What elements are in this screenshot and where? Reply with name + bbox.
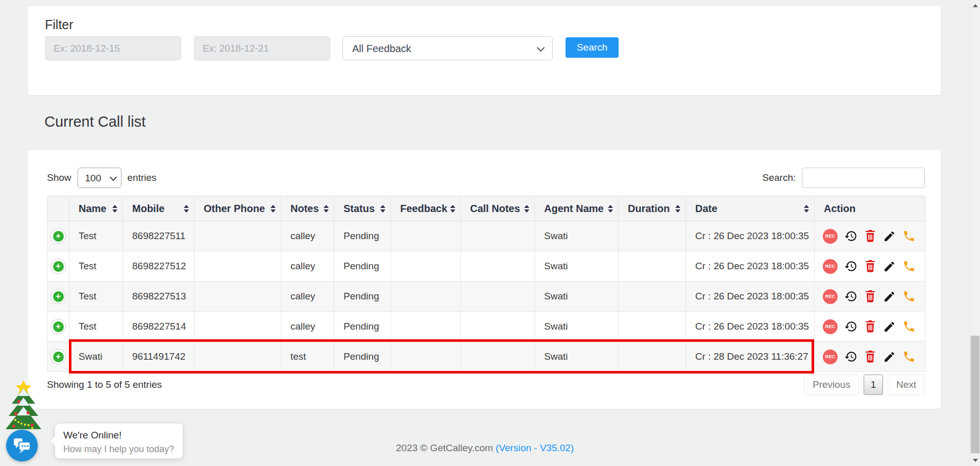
- edit-icon[interactable]: [883, 320, 896, 333]
- scrollbar-thumb[interactable]: [971, 336, 979, 453]
- cell-agent_name: Swati: [535, 221, 619, 251]
- delete-icon[interactable]: [864, 290, 876, 303]
- cell-status: Pending: [334, 221, 391, 251]
- column-header-date[interactable]: Date: [686, 196, 815, 221]
- edit-icon[interactable]: [883, 351, 896, 363]
- previous-page-button[interactable]: Previous: [804, 374, 859, 395]
- edit-icon[interactable]: [883, 260, 896, 273]
- edit-icon[interactable]: [883, 230, 896, 243]
- cell-call_notes: [461, 221, 535, 251]
- cell-feedback: [391, 221, 461, 251]
- cell-duration: [619, 312, 686, 342]
- show-label: Show: [47, 172, 71, 183]
- cell-date: Cr : 26 Dec 2023 18:00:35: [686, 221, 815, 251]
- copyright-text: 2023 © GetCalley.com: [396, 442, 493, 453]
- column-header-action: Action: [815, 196, 925, 221]
- feedback-select-wrap: All Feedback: [342, 36, 553, 60]
- plus-icon: +: [53, 231, 64, 242]
- rec-badge[interactable]: REC: [823, 259, 838, 274]
- expand-row-button[interactable]: +: [51, 259, 66, 274]
- filter-title: Filter: [45, 17, 74, 32]
- delete-icon[interactable]: [864, 320, 876, 333]
- cell-expand: +: [47, 221, 69, 251]
- column-header-status[interactable]: Status: [334, 196, 391, 221]
- feedback-select[interactable]: All Feedback: [342, 36, 553, 60]
- call-icon[interactable]: [902, 229, 916, 243]
- rec-badge[interactable]: REC: [823, 229, 838, 244]
- entries-select-wrap: 100: [78, 168, 121, 188]
- plus-icon: +: [53, 321, 64, 332]
- call-list-panel: Show 100 entries Search: NameMobileOther…: [28, 150, 941, 409]
- cell-action: REC: [815, 221, 925, 251]
- table-row: +Test8698227511calleyPendingSwatiCr : 26…: [47, 221, 925, 251]
- call-icon[interactable]: [902, 320, 916, 333]
- column-header-duration[interactable]: Duration: [619, 196, 686, 221]
- column-header-agent_name[interactable]: Agent Name: [535, 196, 619, 221]
- call-icon[interactable]: [902, 350, 916, 363]
- cell-action: REC: [815, 251, 925, 282]
- expand-row-button[interactable]: +: [51, 319, 66, 334]
- delete-icon[interactable]: [864, 350, 876, 363]
- history-icon[interactable]: [844, 260, 857, 273]
- cell-status: Pending: [334, 342, 391, 372]
- delete-icon[interactable]: [864, 229, 876, 243]
- rec-badge[interactable]: REC: [823, 289, 838, 304]
- column-label: Notes: [290, 203, 319, 215]
- christmas-tree-decoration: [3, 379, 44, 436]
- column-header-other_phone[interactable]: Other Phone: [194, 196, 281, 221]
- next-page-button[interactable]: Next: [888, 374, 925, 395]
- column-header-notes[interactable]: Notes: [281, 196, 334, 221]
- expand-row-button[interactable]: +: [51, 228, 66, 244]
- cell-notes: test: [281, 342, 334, 372]
- cell-other_phone: [194, 251, 281, 282]
- history-icon[interactable]: [844, 229, 857, 243]
- cell-feedback: [391, 312, 461, 342]
- cell-expand: +: [47, 251, 69, 282]
- chat-widget-button[interactable]: [6, 430, 38, 461]
- column-header-feedback[interactable]: Feedback: [391, 196, 461, 221]
- table-search-control: Search:: [763, 168, 925, 188]
- expand-row-button[interactable]: +: [51, 349, 66, 364]
- expand-row-button[interactable]: +: [51, 289, 66, 304]
- cell-action: REC: [815, 312, 925, 342]
- call-icon[interactable]: [902, 260, 916, 273]
- column-header-mobile[interactable]: Mobile: [123, 196, 194, 221]
- sort-icon: [450, 205, 455, 213]
- cell-feedback: [391, 251, 461, 282]
- page-number-button[interactable]: 1: [864, 375, 883, 395]
- scroll-up-arrow[interactable]: [970, 1, 980, 10]
- entries-select[interactable]: 100: [78, 168, 121, 188]
- column-label: Mobile: [132, 203, 164, 215]
- date-to-input[interactable]: [194, 36, 330, 60]
- chat-help-text: How may I help you today?: [63, 444, 175, 455]
- column-label: Date: [695, 203, 717, 215]
- cell-name: Test: [69, 282, 123, 312]
- history-icon[interactable]: [844, 290, 857, 303]
- cell-duration: [619, 251, 686, 282]
- column-label: Action: [824, 203, 855, 215]
- cell-other_phone: [194, 312, 281, 342]
- history-icon[interactable]: [844, 350, 857, 363]
- cell-notes: calley: [281, 312, 334, 342]
- version-link[interactable]: (Version - V35.02): [496, 442, 574, 453]
- search-button[interactable]: Search: [566, 37, 619, 58]
- cell-mobile: 8698227513: [123, 282, 194, 312]
- rec-badge[interactable]: REC: [823, 319, 838, 334]
- delete-icon[interactable]: [864, 260, 876, 273]
- table-row: +Test8698227512calleyPendingSwatiCr : 26…: [47, 251, 925, 282]
- date-from-input[interactable]: [45, 36, 181, 60]
- cell-date: Cr : 26 Dec 2023 18:00:35: [686, 282, 815, 312]
- rec-badge[interactable]: REC: [823, 350, 838, 364]
- cell-expand: +: [47, 282, 69, 312]
- edit-icon[interactable]: [883, 290, 896, 303]
- column-header-name[interactable]: Name: [69, 196, 123, 221]
- table-search-input[interactable]: [802, 168, 925, 188]
- call-icon[interactable]: [902, 290, 916, 303]
- history-icon[interactable]: [844, 320, 857, 333]
- cell-notes: calley: [281, 251, 334, 282]
- table-header-row: NameMobileOther PhoneNotesStatusFeedback…: [47, 196, 925, 221]
- cell-duration: [619, 282, 686, 312]
- scroll-down-arrow[interactable]: [970, 456, 980, 465]
- sort-icon: [380, 205, 385, 213]
- column-header-call_notes[interactable]: Call Notes: [461, 196, 535, 221]
